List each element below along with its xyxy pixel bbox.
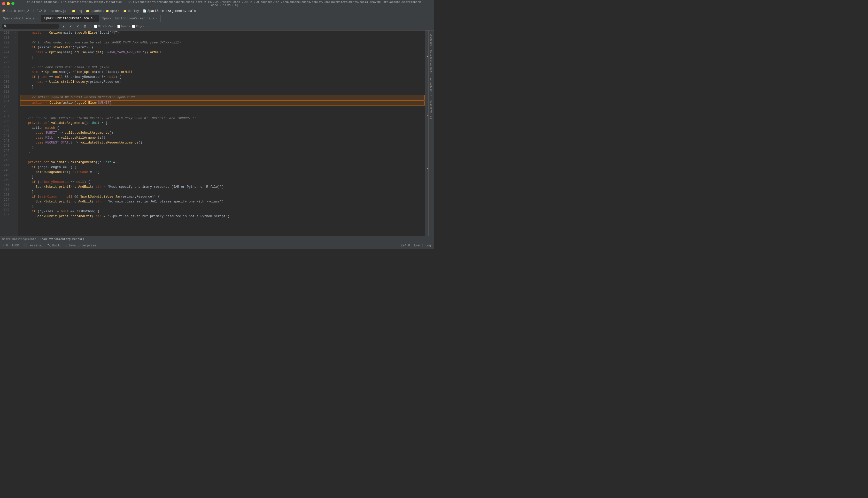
regex-option[interactable]: Regex [132,25,145,28]
code-line: if (args.length == 0) { [20,165,425,170]
tab-label: SparkSubmit.scala [3,17,35,21]
bb-method[interactable]: loadEnvironmentArguments() [40,238,84,241]
breadcrumb-org[interactable]: 📁 org [72,9,82,13]
maximize-button[interactable] [11,2,14,5]
code-line: master = Option(master).getOrElse("local… [20,30,425,36]
tab-close-icon[interactable]: ✕ [94,17,96,20]
breadcrumb-spark[interactable]: 📁 spark [105,9,119,13]
code-editor: 2202212222232242252262272282292302312322… [0,30,434,242]
code-line: } [20,150,425,155]
minimize-button[interactable] [7,2,10,5]
code-line: if (name == null && primaryResource != n… [20,75,425,80]
todo-icon: ✓ [3,244,5,247]
titlebar: cn.itcast.bigdata13 [~/IdeaProjects/cn.i… [0,0,434,7]
terminal-icon: ⬛ [23,244,27,247]
code-line: case REQUEST_STATUS => validateStatusReq… [20,140,425,145]
match-case-option[interactable]: Match Case [94,25,115,28]
code-line: SparkSubmit.printErrorAndExit( str = "No… [20,199,425,204]
database-panel[interactable]: Database [429,32,433,47]
code-line: } [20,204,425,209]
status-right: 294:8 Event Log [401,244,431,247]
tab-label: SparkSubmitOptionParser.java [102,17,154,21]
build-icon: 🔨 [47,244,51,247]
code-line: if (mainClass == null && SparkSubmit.isU… [20,194,425,199]
breadcrumb-deploy[interactable]: 📁 deploy [123,9,139,13]
regex-help-icon[interactable]: ? [148,25,150,28]
breadcrumb-apache[interactable]: 📁 apache [86,9,101,13]
code-line: } [20,84,425,90]
tab-close-icon[interactable]: ✕ [156,17,157,20]
tab-close-icon[interactable]: ✕ [36,17,38,20]
build-status[interactable]: 🔨 Build [47,244,61,247]
code-line: SparkSubmit.printErrorAndExit( str = "--… [20,214,425,219]
search-close-button[interactable]: ✕ [76,24,80,29]
gutter-breakpoints: ○○○ [13,30,18,242]
code-line [20,90,425,94]
code-line: if (master.startsWith("yarn")) { [20,45,425,50]
code-line: // Set name from main class if not given [20,65,425,70]
code-line: printUsageAndExit( exitCode = -1) [20,170,425,175]
window-title: cn.itcast.bigdata13 [~/IdeaProjects/cn.i… [17,1,432,7]
code-lines: master = Option(master).getOrElse("local… [18,30,425,242]
terminal-status[interactable]: ⬛ Terminal [23,244,43,247]
words-checkbox[interactable] [117,25,120,28]
tab-sparksub[interactable]: SparkSubmit.scala ✕ [0,15,41,22]
code-line: // Action should be SUBMIT unless otherw… [20,95,425,100]
search-prev-button[interactable]: ▲ [61,24,66,29]
code-line: // In YARN mode, app name can be set via… [20,40,425,45]
code-content[interactable]: 2202212222232242252262272282292302312322… [0,30,428,242]
code-line [20,36,425,40]
scroll-gutter[interactable] [425,30,428,242]
code-line: if (primaryResource == null) { [20,180,425,185]
search-input-wrap[interactable]: 🔍 [2,24,59,29]
folder-icon: 📁 [72,9,76,13]
code-line [20,111,425,116]
file-tabs: SparkSubmit.scala ✕ SparkSubmitArguments… [0,15,434,22]
code-line: private def validateArguments(): Unit = … [20,121,425,126]
favorites-panel[interactable]: 2: Favorites [429,99,433,120]
folder-icon: 📁 [105,9,109,13]
search-filter-button[interactable]: ⚙ [82,24,87,29]
bb-file: SparkSubmitArguments [2,238,36,241]
close-button[interactable] [2,2,5,5]
code-line: } [20,145,425,150]
java-icon: ☕ [65,244,67,247]
tab-sparksubargs[interactable]: SparkSubmitArguments.scala ✕ [41,15,99,22]
code-line: action match { [20,126,425,131]
bean-validation-panel[interactable]: Bean Validation [429,49,433,75]
folder-icon: 📁 [123,9,127,13]
breadcrumb-jar[interactable]: 📦 spark-core_2.11-2.2.0-sources.jar [2,9,68,13]
code-line [20,155,425,160]
traffic-lights [2,2,14,5]
jar-icon: 📦 [2,9,6,13]
line-numbers: 2202212222232242252262272282292302312322… [0,30,13,242]
event-log-button[interactable]: Event Log [414,244,431,247]
code-line: name = Option(name).orElse(Option(mainCl… [20,70,425,75]
folder-icon: 📁 [86,9,90,13]
tab-label: SparkSubmitArguments.scala [44,16,93,20]
scala-file-icon: 📄 [143,9,147,13]
breadcrumb-file[interactable]: 📄 SparkSubmitArguments.scala [143,9,196,13]
code-line: private def validateSubmitArguments(): U… [20,160,425,165]
search-next-button[interactable]: ▼ [68,24,73,29]
todo-status[interactable]: ✓ 6: TODO [3,244,19,247]
breadcrumb-bar: 📦 spark-core_2.11-2.2.0-sources.jar › 📁 … [0,7,434,15]
code-line: case KILL => validateKillArguments() [20,135,425,140]
status-bar: ✓ 6: TODO ⬛ Terminal 🔨 Build ☕ Java Ente… [0,242,434,249]
tab-sparksubopt[interactable]: SparkSubmitOptionParser.java ✕ [99,15,161,22]
line-col-indicator: 294:8 [401,244,410,247]
code-line: name = Utils.stripDirectory(primaryResou… [20,80,425,84]
regex-checkbox[interactable] [132,25,135,28]
code-line: } [20,106,425,111]
match-case-checkbox[interactable] [94,25,97,28]
search-bar: 🔍 ▲ ▼ ✕ ⚙ Match Case Words Regex ? [0,22,434,30]
structure-panel[interactable]: 2: Structure [429,77,433,97]
code-line [20,60,425,65]
code-line: action = Option(action).getOrElse(SUBMIT… [20,100,425,106]
words-option[interactable]: Words [117,25,130,28]
search-icon: 🔍 [4,25,8,28]
code-line: SparkSubmit.printErrorAndExit( str = "Mu… [20,185,425,189]
code-line: } [20,189,425,194]
search-input[interactable] [9,25,55,28]
java-enterprise-status[interactable]: ☕ Java Enterprise [65,244,96,247]
